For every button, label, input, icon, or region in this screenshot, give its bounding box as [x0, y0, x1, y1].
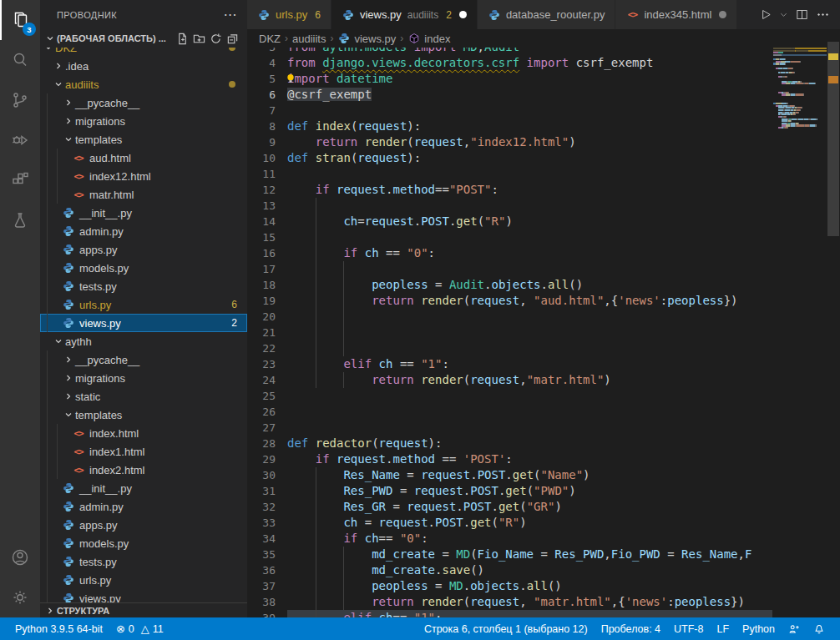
code-line-14[interactable]: 14 ch=request.POST.get("R"): [247, 214, 772, 229]
code-line-4[interactable]: 4from django.views.decorators.csrf impor…: [247, 55, 772, 71]
code-line-21[interactable]: 21: [247, 325, 772, 340]
tree-item-apps-py[interactable]: apps.py: [40, 240, 247, 259]
activitybar-source-control-icon[interactable]: [0, 80, 40, 120]
activitybar-run-debug-icon[interactable]: [0, 120, 40, 160]
tree-item-static[interactable]: static: [40, 387, 247, 406]
tree-item-aythh[interactable]: aythh: [40, 332, 247, 350]
code-line-5[interactable]: 5import datetime: [247, 71, 772, 87]
code-line-11[interactable]: 11: [247, 166, 772, 182]
tree-item-apps-py[interactable]: apps.py: [40, 516, 247, 534]
activitybar-testing-icon[interactable]: [0, 200, 40, 240]
tree-item-dkz[interactable]: DKZ: [40, 48, 247, 57]
code-line-28[interactable]: 28def redactor(request):: [247, 436, 772, 451]
tree-item-admin-py[interactable]: admin.py: [40, 222, 247, 240]
tab-database-roouter-py[interactable]: database_roouter.py: [478, 0, 616, 29]
code-line-34[interactable]: 34 if ch== "0":: [247, 531, 772, 547]
code-line-7[interactable]: 7: [247, 103, 772, 118]
status-language-mode[interactable]: Python: [736, 617, 782, 640]
refresh-icon[interactable]: [207, 30, 224, 47]
dirty-indicator-icon[interactable]: [459, 11, 467, 18]
split-editor-icon[interactable]: [792, 0, 812, 29]
status-python-version[interactable]: Python 3.9.5 64-bit: [8, 617, 109, 640]
tree-item-index2-html[interactable]: <>index2.html: [40, 461, 247, 479]
tree-item-templates[interactable]: templates: [40, 406, 247, 424]
new-file-icon[interactable]: [174, 30, 190, 47]
code-line-30[interactable]: 30 Res_Name = request.POST.get("Name"): [247, 467, 772, 483]
code-line-18[interactable]: 18 peopless = Audit.objects.all(): [247, 277, 772, 293]
tree-item--idea[interactable]: .idea: [40, 57, 247, 75]
code-line-26[interactable]: 26: [247, 404, 772, 420]
tree-item-index12-html[interactable]: <>index12.html: [40, 167, 247, 185]
code-line-6[interactable]: 6@csrf_exempt: [247, 87, 772, 103]
code-line-9[interactable]: 9 return render(request,"index12.html"): [247, 134, 772, 150]
code-line-8[interactable]: 8def index(request):: [247, 118, 772, 134]
tab-index345-html[interactable]: <>index345.html: [615, 0, 737, 29]
activitybar-explorer-icon[interactable]: 3: [0, 0, 40, 40]
collapse-all-icon[interactable]: [224, 30, 240, 47]
tree-item-views-py[interactable]: views.py2: [40, 314, 247, 332]
run-dropdown-icon[interactable]: [776, 0, 792, 29]
code-line-10[interactable]: 10def stran(request):: [247, 150, 772, 166]
tree-item-models-py[interactable]: models.py: [40, 534, 247, 552]
code-line-31[interactable]: 31 Res_PWD = request.POST.get("PWD"): [247, 483, 772, 499]
code-line-23[interactable]: 23 elif ch == "1":: [247, 356, 772, 372]
code-line-39[interactable]: 39 elif ch== "1":: [247, 610, 772, 617]
tree-item-tests-py[interactable]: tests.py: [40, 277, 247, 295]
tree-item--pycache-[interactable]: __pycache__: [40, 93, 247, 112]
scrollbar-slider[interactable]: [827, 42, 839, 236]
tab-urls-py[interactable]: urls.py6: [247, 0, 331, 29]
tree-item--init-py[interactable]: __init__.py: [40, 479, 247, 497]
code-line-29[interactable]: 29 if request.method == 'POST':: [247, 451, 772, 467]
status-cursor-position[interactable]: Строка 6, столбец 1 (выбрано 12): [417, 617, 595, 640]
code-line-32[interactable]: 32 Res_GR = request.POST.get("GR"): [247, 499, 772, 515]
code-line-38[interactable]: 38 return render(request, "matr.html",{'…: [247, 594, 772, 610]
code-line-3[interactable]: 3from aythh.models import MD,Audit: [247, 48, 772, 55]
code-line-17[interactable]: 17: [247, 261, 772, 277]
activitybar-settings-icon[interactable]: [0, 577, 40, 617]
code-line-36[interactable]: 36 md_create.save(): [247, 562, 772, 578]
breadcrumb-item-dkz[interactable]: DKZ: [259, 33, 281, 45]
code-line-13[interactable]: 13: [247, 198, 772, 214]
structure-section-header[interactable]: СТРУКТУРА: [40, 602, 247, 617]
tree-item-urls-py[interactable]: urls.py6: [40, 295, 247, 314]
activitybar-search-icon[interactable]: [0, 40, 40, 80]
tree-item-templates[interactable]: templates: [40, 130, 247, 149]
code-line-16[interactable]: 16 if ch == "0":: [247, 245, 772, 261]
tree-item-migrations[interactable]: migrations: [40, 112, 247, 130]
code-line-20[interactable]: 20: [247, 309, 772, 325]
dirty-indicator-icon[interactable]: [719, 11, 726, 18]
activitybar-account-icon[interactable]: [0, 537, 40, 577]
status-encoding[interactable]: UTF-8: [667, 617, 710, 640]
minimap[interactable]: [773, 48, 827, 298]
more-actions-icon[interactable]: [812, 0, 833, 29]
tree-item-migrations[interactable]: migrations: [40, 369, 247, 387]
more-actions-icon[interactable]: ⋯: [224, 7, 237, 23]
status-problems[interactable]: ⊗0△11: [109, 617, 170, 640]
breadcrumb-item-index[interactable]: index: [407, 33, 450, 45]
tree-item--init-py[interactable]: __init__.py: [40, 204, 247, 222]
status-eol[interactable]: LF: [710, 617, 736, 640]
code-line-15[interactable]: 15: [247, 229, 772, 245]
status-indentation[interactable]: Пробелов: 4: [595, 617, 667, 640]
tree-item-matr-html[interactable]: <>matr.html: [40, 185, 247, 204]
editor-scrollbar[interactable]: [827, 29, 840, 617]
status-feedback[interactable]: [782, 617, 807, 640]
breadcrumb-item-audiiits[interactable]: audiiits: [292, 33, 326, 45]
code-line-12[interactable]: 12 if request.method=="POST":: [247, 182, 772, 198]
tree-item-audiiits[interactable]: audiiits: [40, 75, 247, 93]
tree-item-aud-html[interactable]: <>aud.html: [40, 149, 247, 167]
code-line-33[interactable]: 33 ch = request.POST.get("R"): [247, 515, 772, 531]
activitybar-extensions-icon[interactable]: [0, 160, 40, 200]
tree-item-index1-html[interactable]: <>index1.html: [40, 442, 247, 461]
run-python-file-icon[interactable]: [755, 0, 776, 29]
code-line-22[interactable]: 22: [247, 340, 772, 356]
tree-item-admin-py[interactable]: admin.py: [40, 497, 247, 516]
tree-item-index-html[interactable]: <>index.html: [40, 424, 247, 442]
tree-item--pycache-[interactable]: __pycache__: [40, 350, 247, 369]
workspace-section-header[interactable]: (РАБОЧАЯ ОБЛАСТЬ) ...: [40, 29, 247, 48]
tree-item-tests-py[interactable]: tests.py: [40, 552, 247, 571]
breadcrumb-item-views-py[interactable]: views.py: [337, 33, 396, 45]
code-line-19[interactable]: 19 return render(request, "aud.html",{'n…: [247, 293, 772, 309]
lightbulb-icon[interactable]: [285, 73, 296, 84]
new-folder-icon[interactable]: [190, 30, 207, 47]
